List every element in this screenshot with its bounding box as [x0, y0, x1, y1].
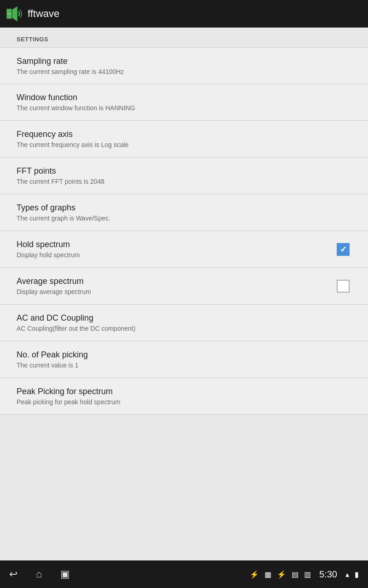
settings-item-average-spectrum[interactable]: Average spectrumDisplay average spectrum [0, 268, 368, 305]
checkbox-average-spectrum[interactable] [337, 280, 350, 293]
settings-item-subtitle-types-of-graphs: The current graph is Wave/Spec. [17, 215, 351, 222]
settings-item-fft-points[interactable]: FFT pointsThe current FFT points is 2048 [0, 158, 368, 194]
news-icon: ▤ [292, 570, 299, 579]
settings-item-title-window-function: Window function [17, 93, 351, 102]
checkbox-container-hold-spectrum [335, 241, 351, 258]
settings-item-subtitle-ac-dc-coupling: AC Coupling(filter out the DC component) [17, 325, 351, 332]
settings-list: Sampling rateThe current sampling rate i… [0, 47, 368, 415]
settings-item-window-function[interactable]: Window functionThe current window functi… [0, 84, 368, 121]
back-button[interactable]: ↩ [9, 568, 17, 580]
settings-item-text-ac-dc-coupling: AC and DC CouplingAC Coupling(filter out… [17, 313, 351, 332]
clock: 5:30 [319, 569, 337, 580]
settings-item-ac-dc-coupling[interactable]: AC and DC CouplingAC Coupling(filter out… [0, 305, 368, 341]
settings-section-label: SETTINGS [0, 28, 368, 47]
settings-item-hold-spectrum[interactable]: Hold spectrumDisplay hold spectrum [0, 231, 368, 268]
settings-item-text-hold-spectrum: Hold spectrumDisplay hold spectrum [17, 240, 335, 259]
topbar: fftwave [0, 0, 368, 28]
settings-item-title-peak-picking-spectrum: Peak Picking for spectrum [17, 387, 351, 396]
settings-item-subtitle-window-function: The current window function is HANNING [17, 104, 351, 112]
nav-right: ⚡ ▦ ⚡ ▤ ▥ 5:30 ▴ ▮ [250, 569, 359, 580]
settings-item-subtitle-peak-picking-no: The current value is 1 [17, 362, 351, 369]
settings-item-title-types-of-graphs: Types of graphs [17, 203, 351, 213]
app-icon [6, 5, 23, 23]
app-title: fftwave [28, 8, 59, 20]
checkbox-hold-spectrum[interactable] [337, 243, 350, 256]
wifi-icon: ▴ [345, 570, 349, 579]
settings-item-subtitle-average-spectrum: Display average spectrum [17, 288, 335, 295]
image-icon: ▥ [304, 570, 311, 579]
navbar: ↩ ⌂ ▣ ⚡ ▦ ⚡ ▤ ▥ 5:30 ▴ ▮ [0, 560, 368, 588]
settings-item-title-average-spectrum: Average spectrum [17, 277, 335, 286]
settings-item-frequency-axis[interactable]: Frequency axisThe current frequency axis… [0, 121, 368, 158]
settings-item-title-fft-points: FFT points [17, 166, 351, 176]
settings-item-subtitle-hold-spectrum: Display hold spectrum [17, 251, 335, 259]
settings-item-title-peak-picking-no: No. of Peak picking [17, 350, 351, 360]
settings-item-title-hold-spectrum: Hold spectrum [17, 240, 335, 249]
settings-item-subtitle-fft-points: The current FFT points is 2048 [17, 178, 351, 185]
settings-content: SETTINGS Sampling rateThe current sampli… [0, 28, 368, 560]
settings-item-title-ac-dc-coupling: AC and DC Coupling [17, 313, 351, 323]
settings-item-text-sampling-rate: Sampling rateThe current sampling rate i… [17, 57, 351, 75]
battery-icon: ▮ [355, 570, 359, 579]
settings-item-title-frequency-axis: Frequency axis [17, 130, 351, 139]
sim-icon: ▦ [264, 570, 271, 579]
settings-item-subtitle-peak-picking-spectrum: Peak picking for peak hold spectrum [17, 398, 351, 406]
settings-item-title-sampling-rate: Sampling rate [17, 57, 351, 66]
settings-item-text-peak-picking-no: No. of Peak pickingThe current value is … [17, 350, 351, 369]
checkbox-container-average-spectrum [335, 278, 351, 294]
usb2-icon: ⚡ [277, 570, 286, 579]
settings-item-types-of-graphs[interactable]: Types of graphsThe current graph is Wave… [0, 194, 368, 231]
svg-marker-1 [12, 6, 17, 22]
recents-button[interactable]: ▣ [60, 568, 70, 580]
usb-icon: ⚡ [250, 570, 259, 579]
settings-item-subtitle-sampling-rate: The current sampling rate is 44100Hz [17, 68, 351, 75]
home-button[interactable]: ⌂ [36, 568, 42, 580]
settings-item-text-window-function: Window functionThe current window functi… [17, 93, 351, 112]
settings-item-peak-picking-no[interactable]: No. of Peak pickingThe current value is … [0, 341, 368, 378]
nav-left: ↩ ⌂ ▣ [9, 568, 70, 580]
settings-item-subtitle-frequency-axis: The current frequency axis is Log scale [17, 141, 351, 148]
settings-item-text-peak-picking-spectrum: Peak Picking for spectrumPeak picking fo… [17, 387, 351, 406]
settings-item-text-average-spectrum: Average spectrumDisplay average spectrum [17, 277, 335, 295]
settings-item-text-types-of-graphs: Types of graphsThe current graph is Wave… [17, 203, 351, 222]
settings-item-text-frequency-axis: Frequency axisThe current frequency axis… [17, 130, 351, 148]
settings-item-sampling-rate[interactable]: Sampling rateThe current sampling rate i… [0, 47, 368, 84]
settings-item-peak-picking-spectrum[interactable]: Peak Picking for spectrumPeak picking fo… [0, 378, 368, 415]
settings-item-text-fft-points: FFT pointsThe current FFT points is 2048 [17, 166, 351, 185]
